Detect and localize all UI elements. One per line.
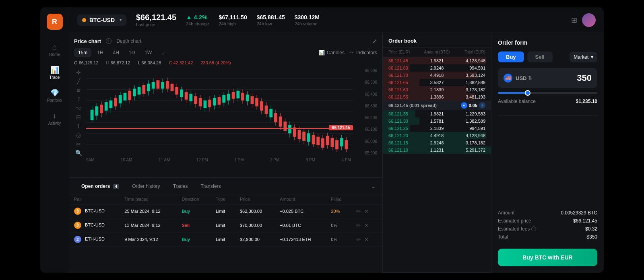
bottom-tabs: Open orders 4 Order history Trades Trans… bbox=[69, 178, 382, 194]
buy-tab[interactable]: Buy bbox=[498, 51, 524, 62]
sidebar-item-home[interactable]: ⌂ Home bbox=[43, 39, 67, 61]
tf-more[interactable]: ... bbox=[157, 48, 169, 57]
btc-dot bbox=[82, 18, 86, 22]
tab-label: Open orders bbox=[81, 183, 110, 189]
channel-tool[interactable]: ⊟ bbox=[74, 114, 83, 120]
fees-info-icon[interactable]: i bbox=[531, 226, 536, 231]
tf-1d[interactable]: 1D bbox=[125, 48, 139, 57]
bid-row[interactable]: 66,121.152.92483,178,182 bbox=[383, 139, 491, 146]
svg-rect-54 bbox=[199, 98, 202, 106]
user-avatar[interactable] bbox=[582, 13, 596, 27]
svg-rect-50 bbox=[189, 94, 192, 101]
order-book: Order book Price (EUR) Amount (BTC) Tota… bbox=[382, 33, 491, 273]
col-time: Time placed bbox=[120, 194, 177, 204]
svg-rect-64 bbox=[222, 95, 225, 103]
chart-info-icon[interactable]: i bbox=[106, 38, 111, 44]
sidebar-item-portfolio[interactable]: 💎 Portfolio bbox=[43, 85, 67, 107]
pair-selector[interactable]: BTC-USD ▾ bbox=[77, 14, 126, 26]
slider-thumb[interactable] bbox=[525, 90, 530, 96]
edit-order-button[interactable]: ✏ bbox=[356, 208, 361, 214]
market-select[interactable]: Market ▾ bbox=[570, 52, 597, 62]
ask-row[interactable]: 66,121.802.9248994,591 bbox=[383, 64, 491, 72]
grid-icon[interactable]: ⊞ bbox=[571, 16, 577, 25]
tab-trades[interactable]: Trades bbox=[167, 181, 194, 191]
spread-value: ● 0.05 + bbox=[461, 102, 485, 109]
edit-order-button[interactable]: ✏ bbox=[356, 222, 361, 229]
eth-coin-icon: Ξ bbox=[74, 236, 81, 243]
sell-tab[interactable]: Sell bbox=[527, 51, 553, 62]
bid-row[interactable]: 66,121.204.49184,128,948 bbox=[383, 132, 491, 139]
ask-row[interactable]: 66,121.551.38963,481,193 bbox=[383, 93, 491, 101]
svg-rect-90 bbox=[283, 121, 287, 131]
zoom-tool[interactable]: 🔍 bbox=[74, 150, 83, 156]
indicators-btn[interactable]: 〰 Indicators bbox=[349, 50, 377, 56]
order-actions: ✏ ✕ bbox=[351, 204, 382, 218]
ohlc-close: C 42,321.42 bbox=[169, 60, 196, 65]
svg-rect-116 bbox=[345, 140, 348, 149]
ask-row[interactable]: 66,121.602.18393,178,182 bbox=[383, 86, 491, 93]
currency-field[interactable]: 🇺🇸 USD ⇅ 350 bbox=[498, 68, 597, 88]
ask-row[interactable]: 66,121.451.98214,128,948 bbox=[383, 57, 491, 64]
available-balance-row: Available balance $1,235.10 bbox=[498, 99, 597, 104]
tf-1w[interactable]: 1W bbox=[140, 48, 156, 57]
svg-rect-84 bbox=[269, 109, 272, 117]
crosshair-tool[interactable]: ✛ bbox=[74, 69, 83, 76]
low-stat: $65,881.45 24h low bbox=[257, 14, 285, 26]
order-time: 25 Mar 2024, 9:12 bbox=[120, 204, 177, 218]
expand-icon[interactable]: ⤢ bbox=[372, 38, 377, 44]
app-logo[interactable]: R bbox=[47, 14, 63, 30]
svg-rect-86 bbox=[274, 113, 277, 122]
est-fees-value: $0.32 bbox=[585, 226, 597, 232]
spread-label: 66,121.45 (0.01 spread) bbox=[388, 103, 437, 108]
pencil-tool[interactable]: ✏ bbox=[74, 141, 83, 147]
svg-rect-66 bbox=[227, 94, 230, 101]
est-price-row: Estimated price $66,121.45 bbox=[498, 218, 597, 224]
svg-rect-12 bbox=[100, 105, 103, 113]
cancel-order-button[interactable]: ✕ bbox=[364, 222, 369, 229]
candles-btn[interactable]: 📊 Candles bbox=[319, 50, 345, 56]
tf-1h[interactable]: 1H bbox=[93, 48, 107, 57]
sidebar-item-label: Activity bbox=[48, 121, 61, 126]
svg-rect-100 bbox=[307, 133, 310, 142]
tab-order-history[interactable]: Order history bbox=[126, 181, 165, 191]
edit-order-button[interactable]: ✏ bbox=[356, 237, 361, 243]
measure-tool[interactable]: ◎ bbox=[74, 132, 83, 138]
svg-rect-98 bbox=[302, 132, 305, 141]
svg-rect-38 bbox=[161, 82, 164, 89]
svg-rect-102 bbox=[312, 135, 315, 144]
depth-chart-link[interactable]: Depth chart bbox=[116, 38, 141, 44]
collapse-button[interactable]: ⌄ bbox=[371, 182, 376, 190]
line-tool[interactable]: ╱ bbox=[74, 78, 83, 84]
buy-button[interactable]: Buy BTC with EUR bbox=[498, 249, 597, 266]
ask-row[interactable]: 66,121.653.58271,382,589 bbox=[383, 79, 491, 86]
ask-row[interactable]: 66,121.704.49183,593,124 bbox=[383, 72, 491, 79]
time-label: 4 PM bbox=[342, 158, 351, 162]
bid-row[interactable]: 66,121.351.98211,229,583 bbox=[383, 110, 491, 117]
bid-row[interactable]: 66,121.252.1839994,591 bbox=[383, 125, 491, 132]
text-tool[interactable]: T bbox=[74, 123, 83, 129]
sidebar-item-trade[interactable]: 📊 Trade bbox=[43, 62, 67, 84]
svg-rect-36 bbox=[157, 80, 160, 89]
order-type-tabs: Buy Sell Market ▾ bbox=[498, 51, 597, 62]
amount-slider[interactable] bbox=[498, 92, 597, 94]
svg-rect-92 bbox=[288, 125, 291, 133]
time-label: 9AM bbox=[86, 158, 95, 162]
candlestick-chart: ✛ ╱ ≡ ⤴ ⌥ ⊟ T ◎ ✏ 🔍 bbox=[74, 68, 377, 156]
cancel-order-button[interactable]: ✕ bbox=[364, 208, 369, 214]
spread-plus-btn[interactable]: + bbox=[479, 102, 485, 109]
bid-row[interactable]: 66,121.301.57811,382,589 bbox=[383, 117, 491, 125]
svg-rect-44 bbox=[175, 87, 178, 95]
tab-open-orders[interactable]: Open orders 4 bbox=[76, 181, 125, 191]
fib-tool[interactable]: ⌥ bbox=[74, 105, 83, 111]
horizontal-tool[interactable]: ≡ bbox=[74, 87, 83, 93]
tab-transfers[interactable]: Transfers bbox=[195, 181, 227, 191]
tf-15m[interactable]: 15m bbox=[74, 48, 91, 57]
bid-amount: 2.1839 bbox=[421, 126, 453, 131]
sidebar-item-activity[interactable]: ↕ Activity bbox=[43, 108, 67, 130]
price-level: 66,100 bbox=[353, 127, 377, 132]
bid-row[interactable]: 66,121.101.12315,291,372 bbox=[383, 146, 491, 154]
trend-tool[interactable]: ⤴ bbox=[74, 96, 83, 103]
tf-4h[interactable]: 4H bbox=[109, 48, 123, 57]
cancel-order-button[interactable]: ✕ bbox=[364, 237, 369, 243]
change-label: 24h change bbox=[186, 21, 209, 26]
